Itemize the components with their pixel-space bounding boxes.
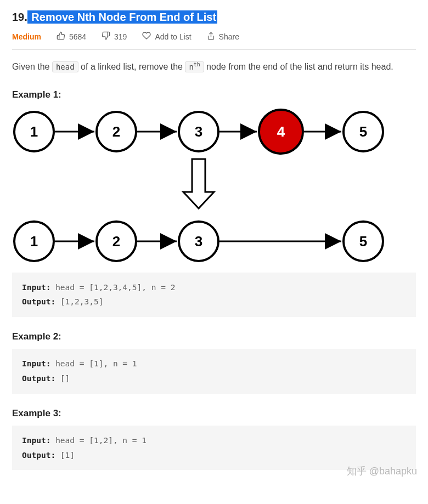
svg-text:5: 5 — [359, 233, 367, 250]
share-icon — [207, 32, 215, 42]
thumbs-up-icon — [57, 31, 65, 42]
problem-title: 19. Remove Nth Node From End of List — [12, 11, 416, 24]
svg-text:1: 1 — [30, 123, 38, 140]
share-label: Share — [219, 32, 239, 41]
problem-description: Given the head of a linked list, remove … — [12, 60, 416, 74]
like-count: 5684 — [69, 32, 86, 41]
svg-text:2: 2 — [112, 123, 120, 140]
thumbs-down-icon — [102, 31, 110, 42]
example-2-label: Example 2: — [12, 331, 416, 342]
svg-text:5: 5 — [359, 123, 367, 140]
svg-text:2: 2 — [112, 233, 120, 250]
add-to-list-button[interactable]: Add to List — [142, 31, 191, 42]
problem-number: 19. — [12, 11, 27, 23]
code-head: head — [52, 61, 78, 72]
difficulty-badge: Medium — [12, 32, 41, 41]
svg-text:3: 3 — [195, 233, 202, 250]
heart-icon — [142, 31, 151, 42]
svg-text:3: 3 — [195, 123, 202, 140]
problem-name-selected: Remove Nth Node From End of List — [27, 10, 217, 24]
add-to-list-label: Add to List — [155, 32, 191, 41]
share-button[interactable]: Share — [207, 32, 239, 42]
meta-row: Medium 5684 319 Add to List Share — [12, 31, 416, 50]
svg-text:4: 4 — [277, 123, 285, 140]
example-3-label: Example 3: — [12, 408, 416, 419]
example-2-code: Input: head = [1], n = 1 Output: [] — [12, 349, 416, 394]
example-1-code: Input: head = [1,2,3,4,5], n = 2 Output:… — [12, 273, 416, 318]
svg-text:1: 1 — [30, 233, 38, 250]
example-3-code: Input: head = [1,2], n = 1 Output: [1] — [12, 426, 416, 471]
example-1-diagram: 1 2 3 4 5 1 2 3 5 — [12, 107, 416, 268]
like-button[interactable]: 5684 — [57, 31, 86, 42]
dislike-button[interactable]: 319 — [102, 31, 127, 42]
example-1-label: Example 1: — [12, 89, 416, 100]
code-nth: nth — [185, 61, 204, 72]
dislike-count: 319 — [114, 32, 127, 41]
